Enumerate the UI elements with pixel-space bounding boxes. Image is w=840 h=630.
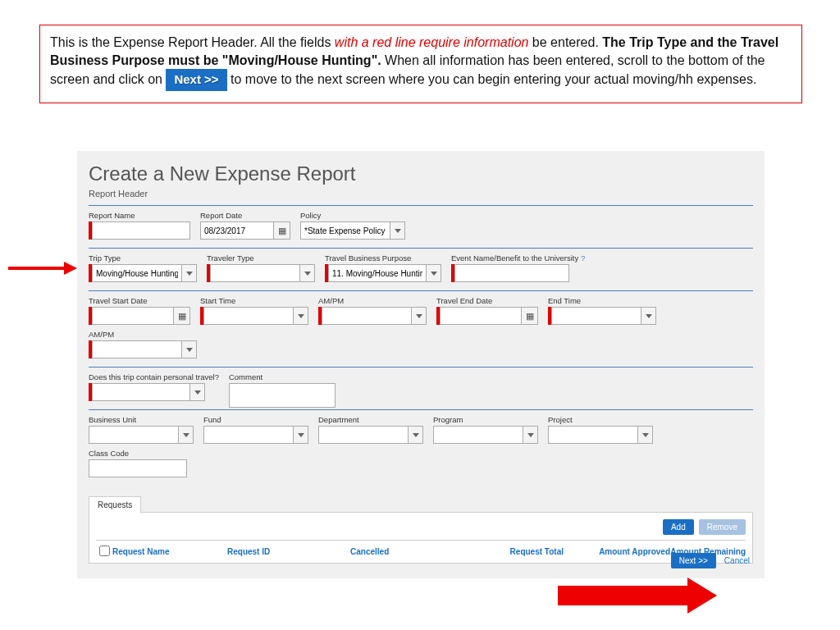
traveler-type-select[interactable] — [210, 264, 300, 282]
col-request-total[interactable]: Request Total — [457, 547, 564, 556]
label-dept: Department — [318, 415, 423, 424]
add-button[interactable]: Add — [663, 519, 694, 535]
requests-section: Requests Add Remove Request Name Request… — [89, 495, 753, 564]
comment-input[interactable] — [229, 383, 336, 408]
label-proj: Project — [548, 415, 653, 424]
travel-end-date-input[interactable] — [440, 307, 522, 325]
section-1: Report Name Report Date▦ Policy — [89, 205, 753, 246]
chevron-down-icon[interactable] — [427, 264, 441, 282]
next-button[interactable]: Next >> — [671, 553, 716, 568]
col-request-name[interactable]: Request Name — [112, 547, 227, 556]
col-request-id[interactable]: Request ID — [227, 547, 350, 556]
chevron-down-icon[interactable] — [641, 307, 656, 325]
chevron-down-icon[interactable] — [412, 307, 427, 325]
travel-business-purpose-select[interactable] — [328, 264, 427, 282]
calendar-icon[interactable]: ▦ — [274, 221, 290, 240]
label-prog: Program — [433, 415, 538, 424]
end-time-select[interactable] — [551, 307, 641, 325]
ampm2-select[interactable] — [92, 340, 182, 358]
chevron-down-icon[interactable] — [390, 221, 405, 240]
section-2: Trip Type Traveler Type Travel Business … — [89, 248, 753, 289]
help-icon[interactable]: ? — [581, 253, 585, 262]
callout-text: to move to the next screen where you can… — [227, 72, 757, 86]
chevron-down-icon[interactable] — [300, 264, 315, 282]
chevron-down-icon[interactable] — [190, 383, 205, 401]
label-event: Event Name/Benefit to the University ? — [451, 253, 585, 262]
section-4: Does this trip contain personal travel? … — [89, 367, 753, 408]
callout-text: This is the Expense Report Header. All t… — [50, 35, 335, 49]
label-traveler-type: Traveler Type — [207, 253, 315, 262]
chevron-down-icon[interactable] — [294, 307, 308, 325]
select-all-checkbox[interactable] — [99, 546, 110, 556]
footer-actions: Next >> Cancel — [671, 553, 750, 568]
start-time-select[interactable] — [203, 307, 294, 325]
label-report-name: Report Name — [89, 211, 190, 220]
section-5: Business Unit Fund Department Program Pr… — [89, 409, 753, 484]
label-et: End Time — [548, 296, 656, 305]
ampm-select[interactable] — [322, 307, 412, 325]
department-select[interactable] — [318, 426, 409, 444]
report-name-input[interactable] — [92, 221, 190, 240]
calendar-icon[interactable]: ▦ — [522, 307, 538, 325]
chevron-down-icon[interactable] — [523, 426, 538, 444]
tab-requests[interactable]: Requests — [89, 496, 141, 513]
report-date-input[interactable] — [200, 221, 274, 240]
label-tbp: Travel Business Purpose — [325, 253, 441, 262]
trip-type-select[interactable] — [92, 264, 182, 282]
label-fund: Fund — [203, 415, 308, 424]
fund-select[interactable] — [203, 426, 294, 444]
calendar-icon[interactable]: ▦ — [174, 307, 190, 325]
label-personal: Does this trip contain personal travel? — [89, 372, 219, 381]
chevron-down-icon[interactable] — [294, 426, 308, 444]
event-name-input[interactable] — [454, 264, 569, 282]
label-bu: Business Unit — [89, 415, 194, 424]
expense-report-panel: Create a New Expense Report Report Heade… — [77, 151, 765, 578]
remove-button: Remove — [699, 519, 746, 535]
next-button-illustration: Next >> — [166, 69, 226, 91]
label-ted: Travel End Date — [436, 296, 538, 305]
label-trip-type: Trip Type — [89, 253, 197, 262]
travel-start-date-input[interactable] — [92, 307, 174, 325]
label-st: Start Time — [200, 296, 308, 305]
chevron-down-icon[interactable] — [182, 264, 197, 282]
project-select[interactable] — [548, 426, 638, 444]
callout-red-text: with a red line require information — [335, 35, 529, 49]
chevron-down-icon[interactable] — [179, 426, 194, 444]
class-code-input[interactable] — [89, 459, 187, 477]
personal-travel-select[interactable] — [92, 383, 190, 401]
page-title: Create a New Expense Report — [89, 162, 753, 185]
annotation-arrow-next — [558, 579, 730, 612]
business-unit-select[interactable] — [89, 426, 179, 444]
section-3: Travel Start Date▦ Start Time AM/PM Trav… — [89, 290, 753, 365]
cancel-link[interactable]: Cancel — [724, 556, 750, 565]
instruction-callout: This is the Expense Report Header. All t… — [39, 25, 802, 103]
label-policy: Policy — [300, 211, 405, 220]
label-tsd: Travel Start Date — [89, 296, 190, 305]
policy-select[interactable] — [300, 221, 390, 240]
label-class: Class Code — [89, 449, 187, 458]
program-select[interactable] — [433, 426, 523, 444]
page-subtitle: Report Header — [89, 189, 753, 199]
col-cancelled[interactable]: Cancelled — [350, 547, 457, 556]
label-ampm2: AM/PM — [89, 330, 197, 339]
col-amount-approved[interactable]: Amount Approved — [564, 547, 670, 556]
chevron-down-icon[interactable] — [409, 426, 423, 444]
annotation-arrow-trip-type — [8, 262, 84, 276]
callout-text: be entered. — [528, 35, 602, 49]
chevron-down-icon[interactable] — [638, 426, 653, 444]
label-report-date: Report Date — [200, 211, 290, 220]
table-header: Request Name Request ID Cancelled Reques… — [96, 540, 746, 563]
label-comment: Comment — [229, 372, 336, 381]
label-ampm: AM/PM — [318, 296, 427, 305]
chevron-down-icon[interactable] — [182, 340, 197, 358]
